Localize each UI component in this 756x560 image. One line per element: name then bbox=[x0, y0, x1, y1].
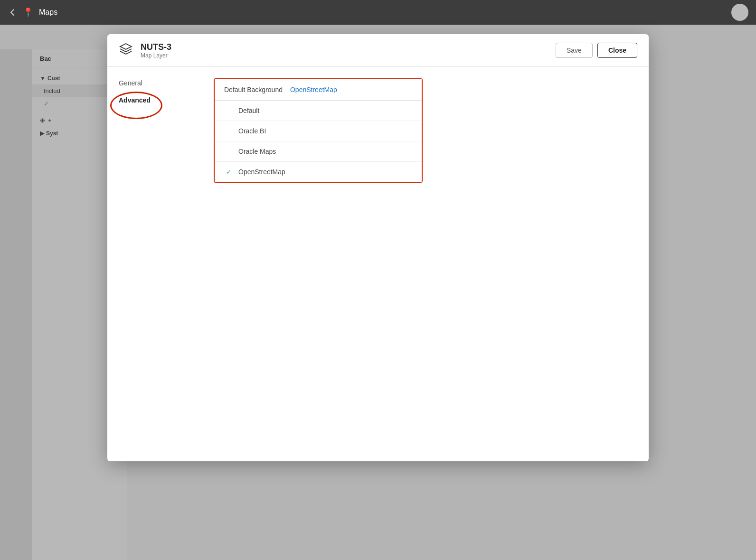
dialog-title-group: NUTS-3 Map Layer bbox=[141, 42, 548, 59]
dropdown-options: Default Oracle BI Oracle Maps ✓ Op bbox=[215, 101, 422, 182]
dialog-actions: Save Close bbox=[556, 43, 637, 58]
option-openstreetmap[interactable]: ✓ OpenStreetMap bbox=[215, 162, 422, 182]
dialog-subtitle: Map Layer bbox=[141, 52, 548, 59]
option-label-0: Default bbox=[238, 107, 259, 114]
check-empty-2 bbox=[226, 148, 234, 155]
save-button[interactable]: Save bbox=[556, 43, 593, 58]
option-oracle-bi[interactable]: Oracle BI bbox=[215, 121, 422, 141]
maps-pin-icon: 📍 bbox=[23, 7, 33, 18]
nav-item-advanced[interactable]: Advanced bbox=[107, 92, 202, 109]
dialog-title: NUTS-3 bbox=[141, 42, 548, 52]
option-label-3: OpenStreetMap bbox=[238, 168, 285, 176]
nav-item-general[interactable]: General bbox=[107, 75, 202, 92]
check-selected-3: ✓ bbox=[226, 168, 234, 176]
layers-icon bbox=[119, 42, 133, 59]
dialog-header: NUTS-3 Map Layer Save Close bbox=[107, 34, 649, 67]
close-button[interactable]: Close bbox=[597, 43, 637, 58]
default-bg-value[interactable]: OpenStreetMap bbox=[290, 86, 337, 93]
option-label-2: Oracle Maps bbox=[238, 148, 276, 155]
dialog-sidebar: General Advanced bbox=[107, 67, 202, 461]
app-title: Maps bbox=[39, 8, 57, 17]
dialog: NUTS-3 Map Layer Save Close General Adva… bbox=[107, 34, 649, 461]
back-button[interactable] bbox=[8, 8, 17, 17]
advanced-circle-annotation bbox=[110, 92, 162, 119]
check-empty-0 bbox=[226, 107, 234, 114]
default-background-row: Default Background OpenStreetMap bbox=[215, 79, 422, 101]
user-avatar[interactable] bbox=[731, 4, 748, 21]
dialog-body: General Advanced Default Background Op bbox=[107, 67, 649, 461]
option-label-1: Oracle BI bbox=[238, 127, 266, 135]
dropdown-section: Default Background OpenStreetMap Default… bbox=[214, 78, 423, 183]
default-bg-label: Default Background bbox=[224, 86, 283, 93]
advanced-wrapper: Advanced bbox=[119, 96, 151, 104]
top-nav: 📍 Maps bbox=[0, 0, 756, 25]
dialog-content: Default Background OpenStreetMap Default… bbox=[202, 67, 649, 461]
option-default[interactable]: Default bbox=[215, 101, 422, 121]
dialog-overlay: NUTS-3 Map Layer Save Close General Adva… bbox=[0, 25, 756, 560]
check-empty-1 bbox=[226, 127, 234, 135]
back-icon bbox=[8, 8, 17, 17]
option-oracle-maps[interactable]: Oracle Maps bbox=[215, 141, 422, 162]
